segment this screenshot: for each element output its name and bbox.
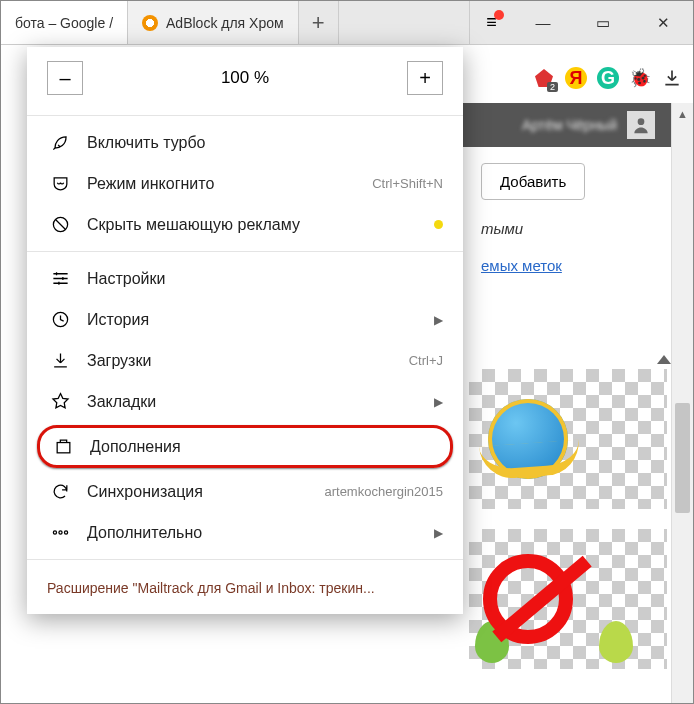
sync-account: artemkochergin2015: [324, 484, 443, 499]
chevron-right-icon: ▶: [434, 526, 443, 540]
rocket-icon: [47, 133, 73, 152]
tab-2[interactable]: AdBlock для Хром: [128, 1, 299, 44]
extension-badge-icon[interactable]: 2: [533, 67, 555, 89]
menu-incognito[interactable]: Режим инкогнито Ctrl+Shift+N: [27, 163, 463, 204]
extension-toolbar: 2 Я G 🐞: [533, 53, 683, 103]
vertical-scrollbar[interactable]: ▲: [671, 103, 693, 703]
new-tab-button[interactable]: +: [299, 1, 339, 44]
menu-addons[interactable]: Дополнения: [37, 425, 453, 468]
sync-icon: [47, 482, 73, 501]
thumbnail-area: [469, 369, 667, 693]
zoom-value: 100 %: [91, 68, 399, 88]
menu-turbo[interactable]: Включить турбо: [27, 122, 463, 163]
downloads-shortcut: Ctrl+J: [409, 353, 443, 368]
tab-strip: бота – Google / AdBlock для Хром + ≡ — ▭…: [1, 1, 693, 45]
chevron-right-icon: ▶: [434, 395, 443, 409]
svg-point-6: [64, 531, 67, 534]
svg-point-5: [58, 531, 61, 534]
bug-right-icon: [599, 621, 633, 663]
star-icon: [47, 392, 73, 411]
block-icon: [47, 215, 73, 234]
zoom-in-button[interactable]: +: [407, 61, 443, 95]
incognito-shortcut: Ctrl+Shift+N: [372, 176, 443, 191]
tab-2-label: AdBlock для Хром: [166, 15, 284, 31]
menu-bookmarks[interactable]: Закладки ▶: [27, 381, 463, 422]
scroll-up-icon[interactable]: ▲: [672, 103, 693, 125]
caret-up-icon: [657, 355, 671, 364]
svg-point-0: [638, 118, 645, 125]
minimize-button[interactable]: —: [513, 1, 573, 44]
page-link-1[interactable]: емых меток: [481, 257, 562, 274]
sliders-icon: [47, 269, 73, 288]
close-button[interactable]: ✕: [633, 1, 693, 44]
chevron-right-icon: ▶: [434, 313, 443, 327]
zoom-controls: – 100 % +: [27, 47, 463, 109]
svg-point-4: [53, 531, 56, 534]
thumbnail-noads[interactable]: [469, 529, 667, 669]
tab-1[interactable]: бота – Google /: [1, 1, 128, 44]
no-sign-icon: [483, 554, 573, 644]
bug-icon[interactable]: 🐞: [629, 67, 651, 89]
adblock-favicon: [142, 15, 158, 31]
notification-dot-icon: [494, 10, 504, 20]
page-text-1: тыми: [481, 220, 523, 237]
menu-settings[interactable]: Настройки: [27, 258, 463, 299]
maximize-button[interactable]: ▭: [573, 1, 633, 44]
scroll-thumb[interactable]: [675, 403, 690, 513]
menu-more[interactable]: Дополнительно ▶: [27, 512, 463, 553]
main-menu-button[interactable]: ≡: [469, 1, 513, 44]
svg-rect-3: [57, 443, 70, 453]
mask-icon: [47, 174, 73, 193]
tab-1-label: бота – Google /: [15, 15, 113, 31]
avatar[interactable]: [627, 111, 655, 139]
status-dot-icon: [434, 220, 443, 229]
user-strip: Артём Чёрный: [461, 103, 671, 147]
add-button[interactable]: Добавить: [481, 163, 585, 200]
promo-text[interactable]: Расширение "Mailtrack для Gmail и Inbox:…: [27, 566, 463, 602]
downloads-icon[interactable]: [661, 67, 683, 89]
download-icon: [47, 351, 73, 370]
main-menu-dropdown: – 100 % + Включить турбо Режим инкогнито…: [27, 47, 463, 614]
menu-hide-ads[interactable]: Скрыть мешающую рекламу: [27, 204, 463, 245]
grammarly-icon[interactable]: G: [597, 67, 619, 89]
menu-sync[interactable]: Синхронизация artemkochergin2015: [27, 471, 463, 512]
yandex-icon[interactable]: Я: [565, 67, 587, 89]
thumbnail-ie[interactable]: [469, 369, 667, 509]
zoom-out-button[interactable]: –: [47, 61, 83, 95]
more-icon: [47, 523, 73, 542]
ie-logo-icon: [488, 399, 568, 479]
clock-icon: [47, 310, 73, 329]
addons-icon: [50, 437, 76, 456]
menu-downloads[interactable]: Загрузки Ctrl+J: [27, 340, 463, 381]
user-name: Артём Чёрный: [522, 117, 617, 133]
menu-history[interactable]: История ▶: [27, 299, 463, 340]
